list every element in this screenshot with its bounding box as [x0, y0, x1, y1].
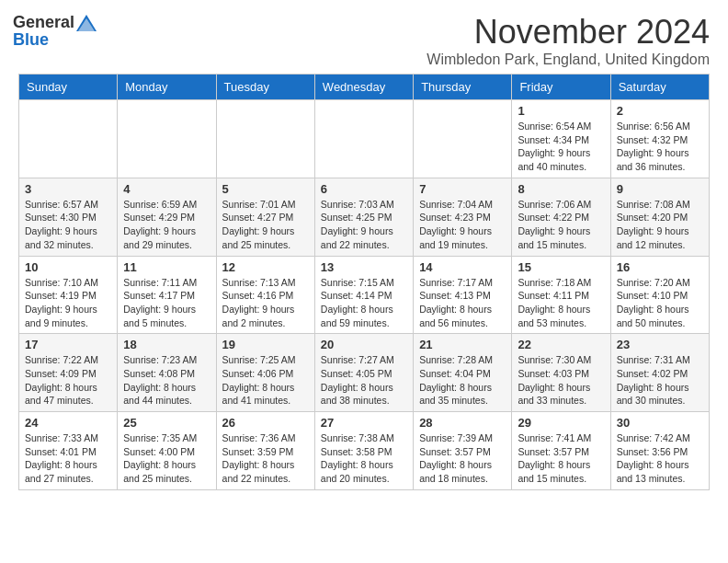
- day-number: 1: [518, 104, 604, 118]
- day-number: 19: [222, 338, 309, 351]
- calendar-cell: 29Sunrise: 7:41 AM Sunset: 3:57 PM Dayli…: [512, 412, 610, 490]
- calendar-cell: 22Sunrise: 7:30 AM Sunset: 4:03 PM Dayli…: [512, 334, 610, 412]
- col-header-wednesday: Wednesday: [314, 75, 413, 100]
- calendar-cell: 24Sunrise: 7:33 AM Sunset: 4:01 PM Dayli…: [19, 412, 118, 490]
- day-number: 28: [419, 416, 506, 430]
- calendar-cell: 18Sunrise: 7:23 AM Sunset: 4:08 PM Dayli…: [118, 334, 216, 412]
- calendar-cell: 17Sunrise: 7:22 AM Sunset: 4:09 PM Dayli…: [19, 334, 118, 412]
- col-header-monday: Monday: [118, 75, 216, 100]
- calendar-cell: 9Sunrise: 7:08 AM Sunset: 4:20 PM Daylig…: [610, 178, 709, 256]
- day-number: 25: [123, 416, 210, 430]
- day-info: Sunrise: 7:15 AM Sunset: 4:14 PM Dayligh…: [321, 276, 407, 330]
- day-info: Sunrise: 7:35 AM Sunset: 4:00 PM Dayligh…: [123, 431, 210, 486]
- day-info: Sunrise: 7:42 AM Sunset: 3:56 PM Dayligh…: [617, 431, 703, 486]
- day-number: 3: [25, 182, 111, 196]
- calendar-cell: 1Sunrise: 6:54 AM Sunset: 4:34 PM Daylig…: [512, 100, 610, 178]
- calendar-cell: [414, 100, 512, 178]
- day-number: 26: [222, 416, 309, 430]
- day-info: Sunrise: 7:08 AM Sunset: 4:20 PM Dayligh…: [617, 198, 703, 252]
- calendar-cell: 7Sunrise: 7:04 AM Sunset: 4:23 PM Daylig…: [414, 178, 512, 256]
- calendar-cell: 10Sunrise: 7:10 AM Sunset: 4:19 PM Dayli…: [19, 256, 118, 334]
- day-number: 30: [617, 416, 703, 430]
- day-info: Sunrise: 7:31 AM Sunset: 4:02 PM Dayligh…: [617, 353, 703, 408]
- col-header-tuesday: Tuesday: [216, 75, 314, 100]
- day-info: Sunrise: 6:57 AM Sunset: 4:30 PM Dayligh…: [25, 198, 111, 252]
- calendar-cell: 15Sunrise: 7:18 AM Sunset: 4:11 PM Dayli…: [512, 256, 610, 334]
- logo-icon: [76, 15, 97, 31]
- calendar-week-row: 1Sunrise: 6:54 AM Sunset: 4:34 PM Daylig…: [19, 100, 710, 178]
- day-info: Sunrise: 7:33 AM Sunset: 4:01 PM Dayligh…: [25, 431, 111, 486]
- day-number: 9: [617, 182, 703, 196]
- calendar-cell: 27Sunrise: 7:38 AM Sunset: 3:58 PM Dayli…: [314, 412, 413, 490]
- calendar-cell: 28Sunrise: 7:39 AM Sunset: 3:57 PM Dayli…: [414, 412, 512, 490]
- day-info: Sunrise: 7:27 AM Sunset: 4:05 PM Dayligh…: [321, 353, 407, 408]
- day-info: Sunrise: 7:10 AM Sunset: 4:19 PM Dayligh…: [25, 276, 111, 330]
- col-header-thursday: Thursday: [414, 75, 512, 100]
- calendar-cell: 21Sunrise: 7:28 AM Sunset: 4:04 PM Dayli…: [414, 334, 512, 412]
- day-number: 29: [518, 416, 604, 430]
- calendar-cell: 2Sunrise: 6:56 AM Sunset: 4:32 PM Daylig…: [610, 100, 709, 178]
- day-number: 11: [123, 260, 210, 274]
- day-number: 6: [321, 182, 407, 196]
- calendar-week-row: 17Sunrise: 7:22 AM Sunset: 4:09 PM Dayli…: [19, 334, 710, 412]
- day-number: 4: [123, 182, 210, 196]
- day-info: Sunrise: 7:03 AM Sunset: 4:25 PM Dayligh…: [321, 198, 407, 252]
- day-info: Sunrise: 6:56 AM Sunset: 4:32 PM Dayligh…: [617, 120, 703, 174]
- calendar-cell: 23Sunrise: 7:31 AM Sunset: 4:02 PM Dayli…: [610, 334, 709, 412]
- day-info: Sunrise: 7:04 AM Sunset: 4:23 PM Dayligh…: [419, 198, 506, 252]
- day-info: Sunrise: 7:22 AM Sunset: 4:09 PM Dayligh…: [25, 353, 111, 408]
- location: Wimbledon Park, England, United Kingdom: [427, 52, 710, 68]
- calendar-header-row: SundayMondayTuesdayWednesdayThursdayFrid…: [19, 75, 710, 100]
- calendar-cell: 16Sunrise: 7:20 AM Sunset: 4:10 PM Dayli…: [610, 256, 709, 334]
- day-number: 21: [419, 338, 506, 351]
- day-info: Sunrise: 7:01 AM Sunset: 4:27 PM Dayligh…: [222, 198, 309, 252]
- calendar-cell: 20Sunrise: 7:27 AM Sunset: 4:05 PM Dayli…: [314, 334, 413, 412]
- calendar-cell: 13Sunrise: 7:15 AM Sunset: 4:14 PM Dayli…: [314, 256, 413, 334]
- day-info: Sunrise: 7:30 AM Sunset: 4:03 PM Dayligh…: [518, 353, 604, 408]
- calendar-cell: 19Sunrise: 7:25 AM Sunset: 4:06 PM Dayli…: [216, 334, 314, 412]
- calendar-cell: 12Sunrise: 7:13 AM Sunset: 4:16 PM Dayli…: [216, 256, 314, 334]
- day-number: 10: [25, 260, 111, 274]
- day-number: 14: [419, 260, 506, 274]
- day-info: Sunrise: 7:25 AM Sunset: 4:06 PM Dayligh…: [222, 353, 309, 408]
- day-info: Sunrise: 7:20 AM Sunset: 4:10 PM Dayligh…: [617, 276, 703, 330]
- day-number: 7: [419, 182, 506, 196]
- calendar-cell: [118, 100, 216, 178]
- logo-general-text: General: [13, 13, 74, 32]
- calendar-table: SundayMondayTuesdayWednesdayThursdayFrid…: [18, 74, 710, 490]
- day-number: 27: [321, 416, 407, 430]
- calendar-week-row: 3Sunrise: 6:57 AM Sunset: 4:30 PM Daylig…: [19, 178, 710, 256]
- day-info: Sunrise: 7:23 AM Sunset: 4:08 PM Dayligh…: [123, 353, 210, 408]
- day-number: 16: [617, 260, 703, 274]
- day-number: 23: [617, 338, 703, 351]
- calendar-container: SundayMondayTuesdayWednesdayThursdayFrid…: [0, 74, 728, 500]
- calendar-cell: 5Sunrise: 7:01 AM Sunset: 4:27 PM Daylig…: [216, 178, 314, 256]
- day-number: 22: [518, 338, 604, 351]
- day-info: Sunrise: 6:59 AM Sunset: 4:29 PM Dayligh…: [123, 198, 210, 252]
- calendar-cell: 26Sunrise: 7:36 AM Sunset: 3:59 PM Dayli…: [216, 412, 314, 490]
- header: General Blue November 2024 Wimbledon Par…: [0, 0, 728, 74]
- day-number: 13: [321, 260, 407, 274]
- col-header-friday: Friday: [512, 75, 610, 100]
- day-number: 17: [25, 338, 111, 351]
- col-header-saturday: Saturday: [610, 75, 709, 100]
- calendar-week-row: 24Sunrise: 7:33 AM Sunset: 4:01 PM Dayli…: [19, 412, 710, 490]
- day-number: 5: [222, 182, 309, 196]
- day-number: 18: [123, 338, 210, 351]
- day-info: Sunrise: 7:38 AM Sunset: 3:58 PM Dayligh…: [321, 431, 407, 486]
- month-title: November 2024: [427, 13, 710, 52]
- calendar-cell: [19, 100, 118, 178]
- day-info: Sunrise: 7:28 AM Sunset: 4:04 PM Dayligh…: [419, 353, 506, 408]
- calendar-cell: 30Sunrise: 7:42 AM Sunset: 3:56 PM Dayli…: [610, 412, 709, 490]
- logo: General Blue: [13, 13, 98, 50]
- calendar-cell: 3Sunrise: 6:57 AM Sunset: 4:30 PM Daylig…: [19, 178, 118, 256]
- calendar-cell: 14Sunrise: 7:17 AM Sunset: 4:13 PM Dayli…: [414, 256, 512, 334]
- calendar-cell: 8Sunrise: 7:06 AM Sunset: 4:22 PM Daylig…: [512, 178, 610, 256]
- day-info: Sunrise: 7:36 AM Sunset: 3:59 PM Dayligh…: [222, 431, 309, 486]
- day-info: Sunrise: 7:39 AM Sunset: 3:57 PM Dayligh…: [419, 431, 506, 486]
- calendar-cell: 6Sunrise: 7:03 AM Sunset: 4:25 PM Daylig…: [314, 178, 413, 256]
- calendar-cell: 25Sunrise: 7:35 AM Sunset: 4:00 PM Dayli…: [118, 412, 216, 490]
- title-section: November 2024 Wimbledon Park, England, U…: [427, 13, 710, 68]
- calendar-cell: 11Sunrise: 7:11 AM Sunset: 4:17 PM Dayli…: [118, 256, 216, 334]
- day-number: 20: [321, 338, 407, 351]
